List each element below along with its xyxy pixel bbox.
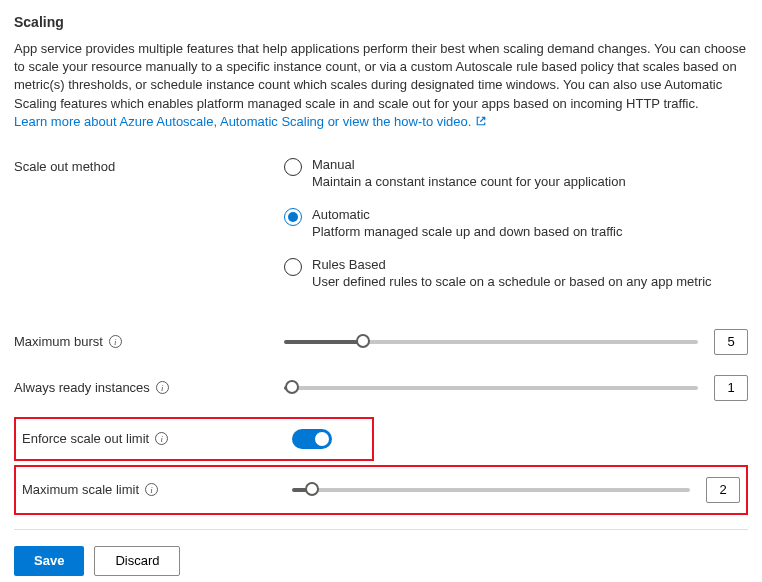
info-icon[interactable]: i	[156, 381, 169, 394]
radio-automatic[interactable]: Automatic Platform managed scale up and …	[284, 207, 748, 239]
radio-dot-icon	[288, 212, 298, 222]
enforce-scale-out-toggle[interactable]	[292, 429, 332, 449]
external-link-icon	[475, 115, 487, 127]
maximum-burst-row: Maximum burst i	[14, 319, 748, 365]
radio-circle-icon	[284, 158, 302, 176]
description-text: App service provides multiple features t…	[14, 41, 746, 111]
enforce-scale-out-label: Enforce scale out limit	[22, 431, 149, 446]
scale-out-method-label: Scale out method	[14, 157, 284, 174]
page-title: Scaling	[14, 14, 748, 30]
scale-out-method-group: Manual Maintain a constant instance coun…	[284, 157, 748, 307]
slider-thumb-icon	[305, 482, 319, 496]
info-icon[interactable]: i	[109, 335, 122, 348]
radio-rules[interactable]: Rules Based User defined rules to scale …	[284, 257, 748, 289]
maximum-scale-limit-input[interactable]	[706, 477, 740, 503]
always-ready-slider[interactable]	[284, 379, 698, 397]
description: App service provides multiple features t…	[14, 40, 748, 131]
maximum-burst-input[interactable]	[714, 329, 748, 355]
radio-manual-sub: Maintain a constant instance count for y…	[312, 174, 626, 189]
footer: Save Discard	[14, 529, 748, 576]
learn-more-link[interactable]: Learn more about Azure Autoscale, Automa…	[14, 114, 487, 129]
discard-button[interactable]: Discard	[94, 546, 180, 576]
learn-more-text: Learn more about Azure Autoscale, Automa…	[14, 114, 471, 129]
radio-automatic-title: Automatic	[312, 207, 623, 222]
slider-thumb-icon	[356, 334, 370, 348]
maximum-burst-label: Maximum burst	[14, 334, 103, 349]
info-icon[interactable]: i	[145, 483, 158, 496]
radio-circle-icon	[284, 258, 302, 276]
maximum-scale-limit-label: Maximum scale limit	[22, 482, 139, 497]
radio-manual[interactable]: Manual Maintain a constant instance coun…	[284, 157, 748, 189]
radio-automatic-sub: Platform managed scale up and down based…	[312, 224, 623, 239]
maximum-scale-limit-slider[interactable]	[292, 481, 690, 499]
radio-rules-sub: User defined rules to scale on a schedul…	[312, 274, 712, 289]
save-button[interactable]: Save	[14, 546, 84, 576]
always-ready-row: Always ready instances i	[14, 365, 748, 411]
maximum-burst-slider[interactable]	[284, 333, 698, 351]
radio-circle-icon	[284, 208, 302, 226]
toggle-knob-icon	[315, 432, 329, 446]
radio-rules-title: Rules Based	[312, 257, 712, 272]
info-icon[interactable]: i	[155, 432, 168, 445]
radio-manual-title: Manual	[312, 157, 626, 172]
always-ready-label: Always ready instances	[14, 380, 150, 395]
always-ready-input[interactable]	[714, 375, 748, 401]
slider-thumb-icon	[285, 380, 299, 394]
